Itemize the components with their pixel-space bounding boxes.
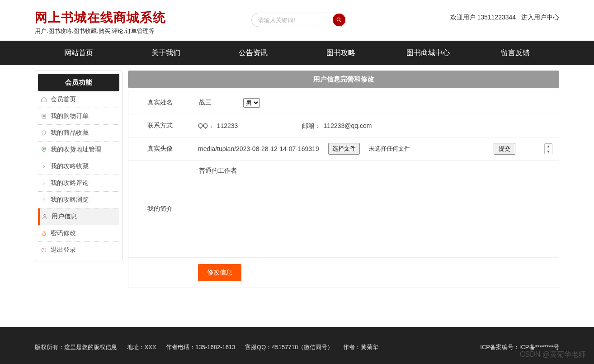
footer-copyright: 版权所有：这里是您的版权信息 <box>35 344 117 350</box>
choose-file-button[interactable]: 选择文件 <box>328 143 360 155</box>
search-input[interactable] <box>251 13 346 27</box>
user-icon <box>42 213 48 220</box>
footer-author: 作者：黄菊华 <box>343 344 378 350</box>
nav-news[interactable]: 公告资讯 <box>210 41 297 65</box>
home-icon <box>41 96 47 103</box>
row-avatar: 真实头像 media/tupian/2023-08-28-12-14-07-16… <box>128 137 559 161</box>
welcome-prefix: 欢迎用户 <box>450 14 476 21</box>
top-links: 欢迎用户 13511223344 进入用户中心 <box>450 14 559 22</box>
avatar-submit-button[interactable]: 提交 <box>494 143 515 155</box>
sidebar: 会员功能 会员首页 我的购物订单 我的商品收藏 我的收货地址管理 <box>35 71 123 309</box>
sidebar-item-logout[interactable]: 退出登录 <box>38 242 119 258</box>
site-title: 网上书城在线商城系统 <box>35 9 166 26</box>
chevron-right-icon <box>41 163 47 170</box>
footer-icp: ICP备案编号：ICP备********号 <box>480 344 559 350</box>
nav-mall[interactable]: 图书商城中心 <box>384 41 471 65</box>
sidebar-item-label: 我的攻略收藏 <box>51 162 89 170</box>
order-icon <box>41 113 47 119</box>
chevron-right-icon <box>41 197 47 203</box>
sidebar-item-label: 退出登录 <box>51 246 76 254</box>
site-subtitle: 用户.图书攻略.图书收藏.购买.评论.订单管理等 <box>35 27 166 35</box>
svg-point-5 <box>43 148 45 150</box>
panel-title: 用户信息完善和修改 <box>128 71 559 88</box>
welcome-user: 13511223344 <box>477 14 516 21</box>
sidebar-item-label: 我的商品收藏 <box>51 129 89 137</box>
nav-feedback[interactable]: 留言反馈 <box>472 41 559 65</box>
svg-point-0 <box>337 18 340 21</box>
sidebar-item-label: 会员首页 <box>51 95 76 104</box>
footer-address: 地址：XXX <box>127 344 156 350</box>
stepper-up-icon[interactable]: ▲ <box>545 144 552 149</box>
row-submit: 修改信息 <box>128 258 559 288</box>
sidebar-item-goods-fav[interactable]: 我的商品收藏 <box>38 125 119 142</box>
qq-input[interactable] <box>216 121 252 130</box>
sidebar-item-guide-fav[interactable]: 我的攻略收藏 <box>38 158 119 175</box>
number-stepper[interactable]: ▲ ▼ <box>544 143 552 154</box>
bio-textarea[interactable] <box>198 166 552 252</box>
svg-rect-2 <box>42 114 46 118</box>
svg-rect-7 <box>42 233 46 235</box>
logo-group: 网上书城在线商城系统 用户.图书攻略.图书收藏.购买.评论.订单管理等 <box>35 9 166 35</box>
label-name: 真实姓名 <box>128 91 192 114</box>
label-avatar: 真实头像 <box>128 137 192 160</box>
mail-label: 邮箱： <box>302 122 321 129</box>
avatar-path: media/tupian/2023-08-28-12-14-07-169319 <box>198 145 319 152</box>
row-contact: 联系方式 QQ： 邮箱： <box>128 114 559 137</box>
pin-icon <box>41 147 47 153</box>
sidebar-title: 会员功能 <box>38 74 119 91</box>
svg-point-6 <box>44 214 46 217</box>
sidebar-item-orders[interactable]: 我的购物订单 <box>38 108 119 125</box>
nav-home[interactable]: 网站首页 <box>35 41 122 65</box>
sidebar-item-label: 我的攻略浏览 <box>51 196 89 204</box>
sidebar-item-label: 用户信息 <box>52 213 77 221</box>
sidebar-item-label: 我的购物订单 <box>51 112 89 120</box>
sidebar-item-label: 我的攻略评论 <box>51 179 89 187</box>
gender-select[interactable]: 男 女 <box>243 98 260 108</box>
mail-input[interactable] <box>323 121 440 130</box>
power-icon <box>41 247 47 253</box>
sidebar-item-guide-comment[interactable]: 我的攻略评论 <box>38 175 119 192</box>
submit-button[interactable]: 修改信息 <box>198 264 241 281</box>
qq-label: QQ： <box>198 122 214 129</box>
footer: 版权所有：这里是您的版权信息 地址：XXX 作者电话：135-1682-1613… <box>0 327 594 364</box>
realname-input[interactable] <box>198 98 234 107</box>
sidebar-item-userinfo[interactable]: 用户信息 <box>38 208 119 225</box>
footer-kefu-qq: 客服QQ：45157718（微信同号） <box>245 344 333 350</box>
stepper-down-icon[interactable]: ▼ <box>545 149 552 154</box>
user-center-link[interactable]: 进入用户中心 <box>521 14 559 21</box>
sidebar-item-password[interactable]: 密码修改 <box>38 225 119 242</box>
svg-line-1 <box>340 21 341 22</box>
row-name: 真实姓名 男 女 <box>128 91 559 114</box>
sidebar-item-label: 我的收货地址管理 <box>51 146 101 154</box>
label-bio: 我的简介 <box>128 161 192 257</box>
file-status: 未选择任何文件 <box>369 145 410 153</box>
row-bio: 我的简介 <box>128 161 559 258</box>
nav-about[interactable]: 关于我们 <box>122 41 209 65</box>
chevron-right-icon <box>41 180 47 186</box>
nav-guide[interactable]: 图书攻略 <box>297 41 384 65</box>
sidebar-item-label: 密码修改 <box>51 229 76 237</box>
footer-author-phone: 作者电话：135-1682-1613 <box>166 344 235 350</box>
sidebar-item-guide-browse[interactable]: 我的攻略浏览 <box>38 192 119 208</box>
shield-icon <box>41 130 47 136</box>
sidebar-item-address[interactable]: 我的收货地址管理 <box>38 142 119 158</box>
sidebar-item-home[interactable]: 会员首页 <box>38 91 119 108</box>
main-panel: 用户信息完善和修改 真实姓名 男 女 联系方式 <box>128 71 559 309</box>
label-contact: 联系方式 <box>128 114 192 137</box>
search-icon <box>336 17 342 23</box>
search-box <box>251 13 346 27</box>
lock-icon <box>41 230 47 236</box>
main-nav: 网站首页 关于我们 公告资讯 图书攻略 图书商城中心 留言反馈 <box>0 41 594 65</box>
